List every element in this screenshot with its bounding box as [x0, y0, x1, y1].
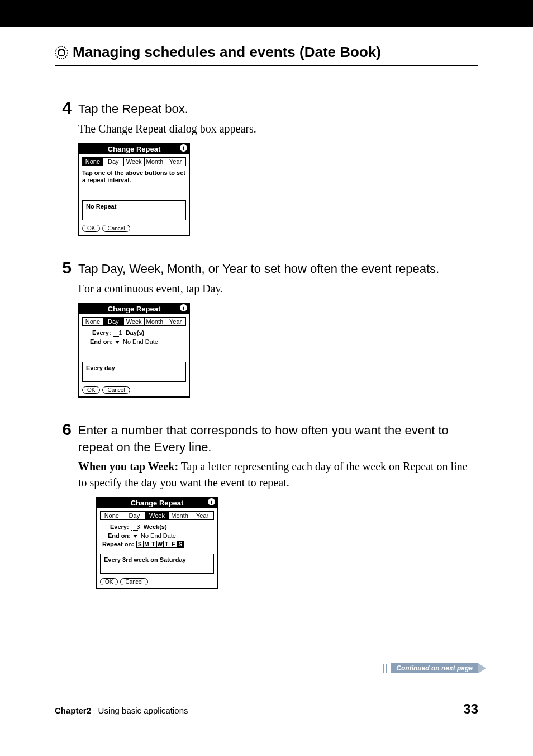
- ok-button[interactable]: OK: [100, 578, 118, 585]
- day-tue[interactable]: T: [150, 541, 157, 547]
- tab-none[interactable]: None: [83, 158, 103, 166]
- tab-month[interactable]: Month: [145, 158, 166, 166]
- step-description: For a continuous event, tap Day.: [78, 281, 478, 297]
- step-6: 6 Enter a number that corresponds to how…: [55, 421, 478, 599]
- every-label: Every:: [110, 523, 129, 530]
- endon-value[interactable]: No End Date: [123, 338, 158, 345]
- page-number: 33: [463, 701, 478, 717]
- tab-none[interactable]: None: [83, 318, 103, 325]
- every-input[interactable]: 3: [131, 523, 141, 531]
- info-icon[interactable]: i: [180, 304, 187, 311]
- every-unit: Week(s): [144, 523, 167, 530]
- tab-day[interactable]: Day: [123, 512, 146, 519]
- repeat-summary: No Repeat: [82, 200, 186, 220]
- day-letter-row: S M T W T F S: [136, 541, 184, 548]
- tab-week[interactable]: Week: [124, 158, 145, 166]
- continued-text: Continued on next page: [391, 663, 478, 673]
- every-input[interactable]: 1: [113, 329, 123, 337]
- info-icon[interactable]: i: [208, 498, 215, 505]
- section-header: Managing schedules and events (Date Book…: [55, 44, 478, 66]
- day-fri[interactable]: F: [170, 541, 177, 547]
- tab-week[interactable]: Week: [124, 318, 145, 325]
- cancel-button[interactable]: Cancel: [102, 225, 130, 232]
- step-number: 4: [55, 100, 78, 246]
- step-description: When you tap Week: Tap a letter represen…: [78, 459, 478, 491]
- interval-tabs: None Day Week Month Year: [82, 157, 186, 166]
- step-description: The Change Repeat dialog box appears.: [78, 121, 478, 137]
- desc-bold: When you tap Week:: [78, 460, 178, 472]
- dialog-title: Change Repeat i: [79, 144, 189, 154]
- info-icon[interactable]: i: [180, 144, 187, 152]
- every-label: Every:: [92, 329, 111, 336]
- tab-none[interactable]: None: [101, 512, 123, 519]
- dialog-title: Change Repeat i: [97, 498, 217, 508]
- dropdown-icon[interactable]: [133, 535, 137, 538]
- repeat-summary: Every 3rd week on Saturday: [100, 554, 214, 574]
- chapter-label: Chapter2: [55, 706, 91, 715]
- step-4: 4 Tap the Repeat box. The Change Repeat …: [55, 100, 478, 246]
- step-5: 5 Tap Day, Week, Month, or Year to set h…: [55, 259, 478, 408]
- ok-button[interactable]: OK: [82, 386, 100, 394]
- tab-week[interactable]: Week: [146, 512, 169, 519]
- cancel-button[interactable]: Cancel: [102, 386, 130, 394]
- tab-year[interactable]: Year: [165, 158, 185, 166]
- day-mon[interactable]: M: [144, 541, 150, 547]
- continued-indicator: Continued on next page: [383, 663, 478, 673]
- day-wed[interactable]: W: [157, 541, 164, 547]
- endon-label: End on:: [108, 532, 131, 539]
- tab-day[interactable]: Day: [103, 318, 124, 325]
- chapter-subtitle: Using basic applications: [98, 706, 188, 715]
- change-repeat-dialog-day: Change Repeat i None Day Week Month Year…: [78, 303, 190, 398]
- page-footer: Chapter2 Using basic applications 33: [55, 694, 478, 717]
- dialog-title-text: Change Repeat: [108, 305, 161, 313]
- day-thu[interactable]: T: [164, 541, 170, 547]
- top-bar: [0, 0, 533, 27]
- dialog-help-text: Tap one of the above buttons to set a re…: [82, 169, 186, 185]
- dialog-title: Change Repeat i: [79, 304, 189, 314]
- change-repeat-dialog-none: Change Repeat i None Day Week Month Year…: [78, 143, 190, 237]
- repeaton-label: Repeat on:: [102, 541, 134, 547]
- ok-button[interactable]: OK: [82, 225, 100, 232]
- dropdown-icon[interactable]: [115, 341, 120, 344]
- tab-day[interactable]: Day: [103, 158, 124, 166]
- interval-tabs: None Day Week Month Year: [100, 511, 214, 520]
- tab-year[interactable]: Year: [191, 512, 213, 519]
- tab-year[interactable]: Year: [165, 318, 185, 325]
- repeat-summary: Every day: [82, 362, 186, 382]
- interval-tabs: None Day Week Month Year: [82, 317, 186, 326]
- step-instruction: Tap the Repeat box.: [78, 101, 478, 117]
- step-instruction: Tap Day, Week, Month, or Year to set how…: [78, 261, 478, 277]
- change-repeat-dialog-week: Change Repeat i None Day Week Month Year…: [96, 497, 218, 589]
- datebook-icon: [55, 46, 68, 59]
- tab-month[interactable]: Month: [169, 512, 192, 519]
- endon-label: End on:: [90, 338, 113, 345]
- tab-month[interactable]: Month: [145, 318, 166, 325]
- endon-value[interactable]: No End Date: [141, 532, 176, 539]
- dialog-title-text: Change Repeat: [131, 499, 184, 507]
- step-instruction: Enter a number that corresponds to how o…: [78, 422, 478, 455]
- step-number: 5: [55, 259, 78, 408]
- cancel-button[interactable]: Cancel: [120, 578, 147, 585]
- day-sat[interactable]: S: [177, 541, 184, 547]
- step-number: 6: [55, 421, 78, 599]
- section-title: Managing schedules and events (Date Book…: [73, 44, 381, 61]
- every-unit: Day(s): [126, 329, 145, 336]
- dialog-title-text: Change Repeat: [108, 145, 161, 153]
- day-sun[interactable]: S: [137, 541, 144, 547]
